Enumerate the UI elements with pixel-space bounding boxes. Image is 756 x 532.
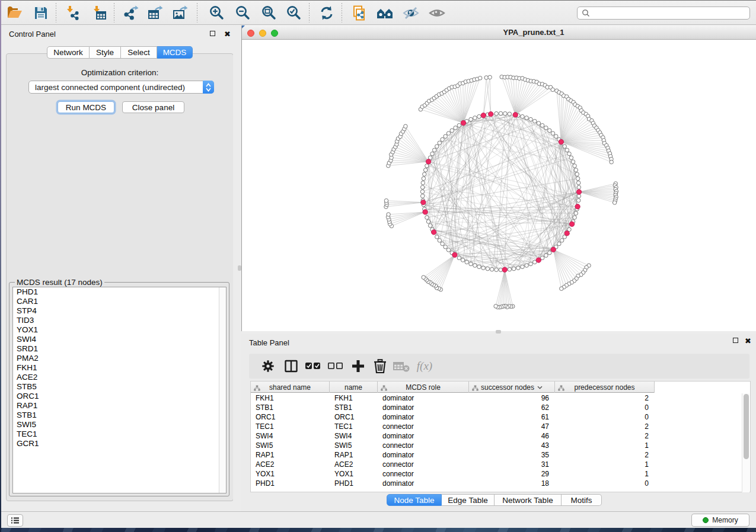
table-cell: FKH1	[251, 393, 330, 403]
duplicate-network-icon[interactable]	[351, 4, 369, 22]
float-table-panel-icon[interactable]	[733, 338, 738, 343]
tab-node-table[interactable]: Node Table	[387, 494, 442, 506]
tab-select[interactable]: Select	[121, 46, 157, 59]
close-panel-icon[interactable]: ✖	[224, 31, 231, 37]
table-row[interactable]: RAP1RAP1dominator352	[251, 450, 655, 460]
mcds-result-item[interactable]: ACE2	[13, 373, 226, 382]
mcds-result-item[interactable]: PHD1	[13, 287, 226, 297]
table-scrollbar[interactable]	[742, 393, 749, 492]
column-header-shared-name[interactable]: shared name	[251, 382, 330, 393]
mcds-list-scrollbar[interactable]	[219, 287, 226, 493]
table-cell: dominator	[378, 450, 469, 460]
table-row[interactable]: SWI5SWI5connector431	[251, 441, 655, 450]
table-cell: 62	[469, 403, 555, 412]
table-row[interactable]: YOX1YOX1connector291	[251, 469, 655, 479]
mcds-result-item[interactable]: STB5	[13, 382, 226, 392]
select-all-icon[interactable]	[304, 357, 322, 375]
delete-column-icon[interactable]	[371, 357, 389, 375]
tab-motifs[interactable]: Motifs	[562, 494, 602, 506]
mcds-result-item[interactable]: CAR1	[13, 297, 226, 306]
table-scrollbar-thumb[interactable]	[744, 394, 749, 459]
table-row[interactable]: ORC1ORC1dominator610	[251, 412, 655, 422]
close-window-icon[interactable]	[247, 30, 254, 37]
mcds-result-item[interactable]: ORC1	[13, 392, 226, 401]
close-panel-button[interactable]: Close panel	[122, 101, 184, 113]
export-network-icon[interactable]	[122, 4, 140, 22]
network-canvas[interactable]	[242, 40, 756, 331]
zoom-fit-icon[interactable]	[260, 4, 277, 22]
table-row[interactable]: ACE2ACE2connector311	[251, 460, 655, 469]
memory-button[interactable]: Memory	[691, 514, 749, 527]
maximize-window-icon[interactable]	[271, 30, 278, 37]
search-input[interactable]	[590, 9, 738, 17]
tab-mcds[interactable]: MCDS	[157, 46, 193, 59]
export-table-icon[interactable]	[146, 4, 164, 22]
criterion-dropdown[interactable]: largest connected component (undirected)	[28, 81, 214, 94]
search-box[interactable]	[577, 7, 750, 20]
column-namespace-icon	[558, 385, 564, 391]
mcds-result-item[interactable]: STP4	[13, 306, 226, 316]
vertical-splitter[interactable]	[233, 25, 241, 511]
mcds-result-item[interactable]: STB1	[13, 411, 226, 420]
mcds-result-item[interactable]: FKH1	[13, 363, 226, 373]
zoom-selected-icon[interactable]	[285, 4, 302, 22]
refresh-icon[interactable]	[318, 4, 336, 22]
import-table-icon[interactable]	[91, 4, 109, 22]
hide-selected-icon[interactable]	[402, 4, 420, 22]
mcds-result-item[interactable]: SRD1	[13, 344, 226, 354]
save-session-icon[interactable]	[32, 4, 50, 22]
float-panel-icon[interactable]	[210, 31, 215, 36]
node-table-header: shared namenameMCDS rolesuccessor nodesp…	[251, 382, 655, 393]
tab-network[interactable]: Network	[47, 46, 90, 59]
network-view-titlebar[interactable]: YPA_prune.txt_1	[242, 25, 756, 40]
import-network-icon[interactable]	[64, 4, 82, 22]
mcds-result-list[interactable]: PHD1CAR1STP4TID3YOX1SWI4SRD1PMA2FKH1ACE2…	[12, 287, 227, 493]
column-namespace-icon	[472, 385, 479, 391]
add-column-icon[interactable]	[349, 357, 367, 375]
mcds-result-item[interactable]: PMA2	[13, 354, 226, 363]
split-columns-icon[interactable]	[282, 357, 300, 375]
toolbar-separator	[309, 3, 310, 23]
horizontal-splitter-handle[interactable]	[496, 330, 501, 334]
run-mcds-button[interactable]: Run MCDS	[58, 101, 114, 113]
mcds-result-item[interactable]: YOX1	[13, 325, 226, 335]
table-cell: 1	[555, 469, 655, 479]
table-row[interactable]: STB1STB1dominator620	[251, 403, 655, 412]
mcds-result-item[interactable]: RAP1	[13, 401, 226, 411]
show-all-icon[interactable]	[428, 4, 446, 22]
export-image-icon[interactable]	[171, 4, 189, 22]
zoom-out-icon[interactable]	[234, 4, 251, 22]
column-namespace-icon	[254, 385, 260, 391]
table-row[interactable]: SWI4SWI4dominator462	[251, 431, 655, 441]
network-view-frame: YPA_prune.txt_1	[241, 25, 756, 331]
table-row[interactable]: TEC1TEC1connector472	[251, 422, 655, 431]
mcds-result-item[interactable]: SWI4	[13, 335, 226, 344]
open-file-icon[interactable]	[6, 4, 24, 22]
table-cell: 31	[469, 460, 555, 469]
column-header-MCDS-role[interactable]: MCDS role	[378, 382, 469, 393]
table-cell: 0	[555, 479, 655, 488]
tab-edge-table[interactable]: Edge Table	[442, 494, 495, 506]
column-header-predecessor-nodes[interactable]: predecessor nodes	[555, 382, 655, 393]
column-header-name[interactable]: name	[330, 382, 378, 393]
table-cell: RAP1	[330, 450, 378, 460]
control-panel: Control Panel ✖ NetworkStyleSelectMCDS O…	[1, 25, 233, 511]
mcds-result-item[interactable]: TEC1	[13, 430, 226, 439]
mcds-result-item[interactable]: TID3	[13, 316, 226, 325]
status-menu-button[interactable]	[7, 514, 23, 527]
settings-gear-icon[interactable]	[259, 357, 277, 375]
tab-style[interactable]: Style	[90, 46, 121, 59]
frame-corner-decoration	[242, 25, 245, 28]
tab-network-table[interactable]: Network Table	[495, 494, 562, 506]
deselect-all-icon[interactable]	[327, 357, 344, 375]
zoom-in-icon[interactable]	[208, 4, 225, 22]
close-table-panel-icon[interactable]: ✖	[745, 338, 751, 344]
table-row[interactable]: FKH1FKH1dominator962	[251, 393, 655, 403]
first-neighbors-icon[interactable]	[376, 4, 394, 22]
table-cell: PHD1	[251, 479, 330, 488]
column-header-successor-nodes[interactable]: successor nodes	[469, 382, 555, 393]
mcds-result-item[interactable]: GCR1	[13, 439, 226, 448]
table-row[interactable]: PHD1PHD1dominator180	[251, 479, 655, 488]
minimize-window-icon[interactable]	[259, 30, 266, 37]
mcds-result-item[interactable]: SWI5	[13, 420, 226, 430]
